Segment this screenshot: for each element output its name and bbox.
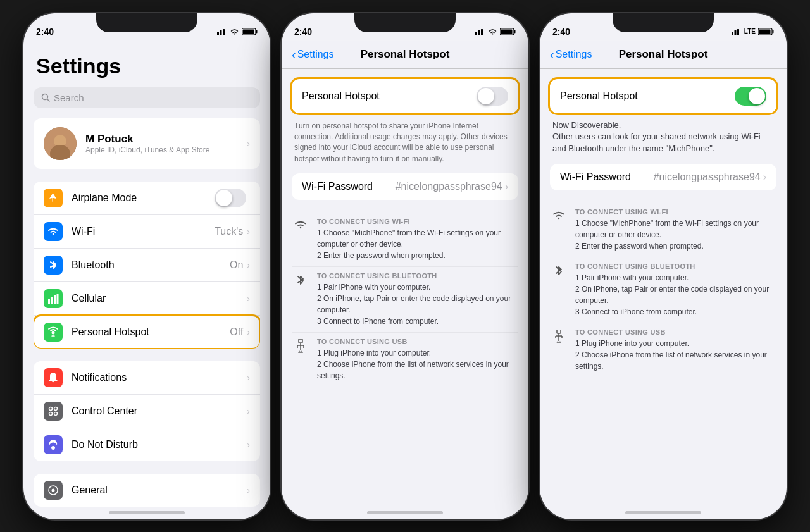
cellular-label: Cellular xyxy=(72,293,247,304)
hotspot-icon xyxy=(44,323,63,342)
wifi-pw-chevron-2: › xyxy=(505,181,508,192)
hotspot-screen-on: 2:40 LTE ‹ Settings Personal Hotspot Per… xyxy=(540,13,787,519)
hotspot-screen-off: 2:40 ‹ Settings Personal Hotspot Persona… xyxy=(282,13,528,519)
hotspot-toggle-row-3[interactable]: Personal Hotspot xyxy=(550,79,776,113)
notch-3 xyxy=(613,13,714,32)
hotspot-toggle-switch-3[interactable] xyxy=(735,87,766,106)
svg-point-17 xyxy=(54,407,58,410)
connect-bt-icon-2 xyxy=(292,272,309,287)
settings-row-notifications[interactable]: Notifications › xyxy=(34,361,260,395)
bluetooth-value: On xyxy=(230,259,243,271)
battery-icon-2 xyxy=(500,28,516,35)
hotspot-description: Turn on personal hotspot to share your i… xyxy=(292,118,518,174)
hotspot-chevron: › xyxy=(247,327,250,337)
svg-rect-2 xyxy=(223,29,225,35)
airplane-toggle[interactable] xyxy=(215,189,246,207)
hotspot-toggle-switch-2[interactable] xyxy=(477,87,508,106)
svg-point-19 xyxy=(54,412,58,415)
connect-wifi-steps-3: 1 Choose "MichPhone" from the Wi-Fi sett… xyxy=(575,218,776,252)
wifi-password-row-2[interactable]: Wi-Fi Password #nicelongpassphrase94 › xyxy=(292,173,518,200)
status-time-1: 2:40 xyxy=(36,27,54,37)
notifications-icon xyxy=(44,368,63,387)
connect-bt-title-2: TO CONNECT USING BLUETOOTH xyxy=(317,272,518,280)
settings-group-network: Airplane Mode Wi-Fi Tuck's › xyxy=(34,182,260,349)
svg-rect-35 xyxy=(734,30,736,35)
status-time-3: 2:40 xyxy=(552,27,570,37)
connect-sections-3: TO CONNECT USING WI-FI 1 Choose "MichPho… xyxy=(550,203,776,377)
search-icon xyxy=(41,93,50,102)
settings-row-airplane[interactable]: Airplane Mode xyxy=(34,182,260,215)
status-time-2: 2:40 xyxy=(294,27,312,37)
svg-rect-27 xyxy=(514,30,516,33)
connect-usb-2: TO CONNECT USING USB 1 Plug iPhone into … xyxy=(292,333,518,387)
wifi-status-icon-2 xyxy=(488,28,497,35)
hotspot-toggle-row-2[interactable]: Personal Hotspot xyxy=(292,79,518,113)
connect-usb-steps-2: 1 Plug iPhone into your computer.2 Choos… xyxy=(317,347,518,381)
profile-row[interactable]: M Potuck Apple ID, iCloud, iTunes & App … xyxy=(34,118,260,169)
connect-bluetooth-3: TO CONNECT USING BLUETOOTH 1 Pair iPhone… xyxy=(550,257,776,323)
connect-bt-text-2: TO CONNECT USING BLUETOOTH 1 Pair iPhone… xyxy=(317,272,518,327)
svg-rect-39 xyxy=(759,29,771,34)
settings-row-control[interactable]: Control Center › xyxy=(34,395,260,428)
discoverable-text: Now Discoverable.Other users can look fo… xyxy=(552,120,761,154)
settings-screen: 2:40 Settings Search M Potuc xyxy=(23,13,270,519)
connect-bt-text-3: TO CONNECT USING BLUETOOTH 1 Pair iPhone… xyxy=(575,263,776,318)
wifi-pw-value-2: #nicelongpassphrase94 xyxy=(396,181,502,192)
status-icons-3: LTE xyxy=(732,28,774,35)
connect-usb-text-2: TO CONNECT USING USB 1 Plug iPhone into … xyxy=(317,338,518,381)
wifi-status-icon xyxy=(230,28,239,35)
settings-row-dnd[interactable]: Do Not Disturb › xyxy=(34,428,260,461)
signal-icon-3 xyxy=(732,28,742,35)
nav-back-2[interactable]: ‹ Settings xyxy=(292,47,333,62)
svg-point-18 xyxy=(49,412,53,415)
status-icons-2 xyxy=(475,28,516,35)
status-icons-1 xyxy=(217,28,258,35)
settings-row-hotspot[interactable]: Personal Hotspot Off › xyxy=(34,316,260,349)
settings-group-notifications: Notifications › Control Center › Do Not … xyxy=(34,361,260,461)
control-center-chevron: › xyxy=(247,406,250,416)
svg-rect-38 xyxy=(773,30,774,33)
svg-rect-4 xyxy=(256,30,258,33)
svg-rect-28 xyxy=(501,29,513,34)
svg-rect-24 xyxy=(478,30,480,35)
svg-rect-34 xyxy=(732,32,733,35)
svg-point-20 xyxy=(51,446,55,450)
svg-rect-12 xyxy=(51,297,53,304)
connect-wifi-steps-2: 1 Choose "MichPhone" from the Wi-Fi sett… xyxy=(317,227,518,261)
connect-wifi-2: TO CONNECT USING WI-FI 1 Choose "MichPho… xyxy=(292,213,518,267)
home-indicator-3 xyxy=(625,511,701,514)
search-placeholder: Search xyxy=(54,92,84,103)
settings-row-cellular[interactable]: Cellular › xyxy=(34,282,260,316)
connect-wifi-icon-3 xyxy=(550,208,568,221)
signal-icon xyxy=(217,28,227,35)
profile-info: M Potuck Apple ID, iCloud, iTunes & App … xyxy=(85,133,238,154)
wifi-password-row-3[interactable]: Wi-Fi Password #nicelongpassphrase94 › xyxy=(550,164,776,190)
connect-wifi-text-2: TO CONNECT USING WI-FI 1 Choose "MichPho… xyxy=(317,218,518,261)
connect-sections-2: TO CONNECT USING WI-FI 1 Choose "MichPho… xyxy=(292,213,518,387)
connect-usb-steps-3: 1 Plug iPhone into your computer.2 Choos… xyxy=(575,338,776,372)
svg-rect-13 xyxy=(54,295,56,304)
hotspot-toggle-label-3: Personal Hotspot xyxy=(560,90,638,102)
dnd-chevron: › xyxy=(247,440,250,450)
search-bar[interactable]: Search xyxy=(34,87,260,108)
connect-bt-steps-2: 1 Pair iPhone with your computer.2 On iP… xyxy=(317,281,518,327)
svg-rect-1 xyxy=(220,30,222,35)
settings-row-wifi[interactable]: Wi-Fi Tuck's › xyxy=(34,215,260,249)
settings-row-general[interactable]: General › xyxy=(34,474,260,507)
bluetooth-icon xyxy=(44,256,63,275)
svg-rect-5 xyxy=(243,29,254,34)
wifi-value: Tuck's xyxy=(215,226,243,237)
svg-rect-14 xyxy=(57,294,59,304)
svg-point-16 xyxy=(49,407,53,410)
home-indicator-1 xyxy=(109,511,185,514)
hotspot-toggle-label-2: Personal Hotspot xyxy=(302,90,380,102)
connect-usb-icon-2 xyxy=(292,338,309,356)
wifi-label: Wi-Fi xyxy=(72,226,215,237)
profile-chevron: › xyxy=(247,139,250,149)
connect-usb-text-3: TO CONNECT USING USB 1 Plug iPhone into … xyxy=(575,328,776,372)
nav-back-3[interactable]: ‹ Settings xyxy=(550,47,592,62)
settings-row-bluetooth[interactable]: Bluetooth On › xyxy=(34,249,260,282)
nav-title-3: Personal Hotspot xyxy=(619,48,708,61)
lte-label: LTE xyxy=(744,28,756,35)
phone-2: 2:40 ‹ Settings Personal Hotspot Persona… xyxy=(282,13,528,519)
